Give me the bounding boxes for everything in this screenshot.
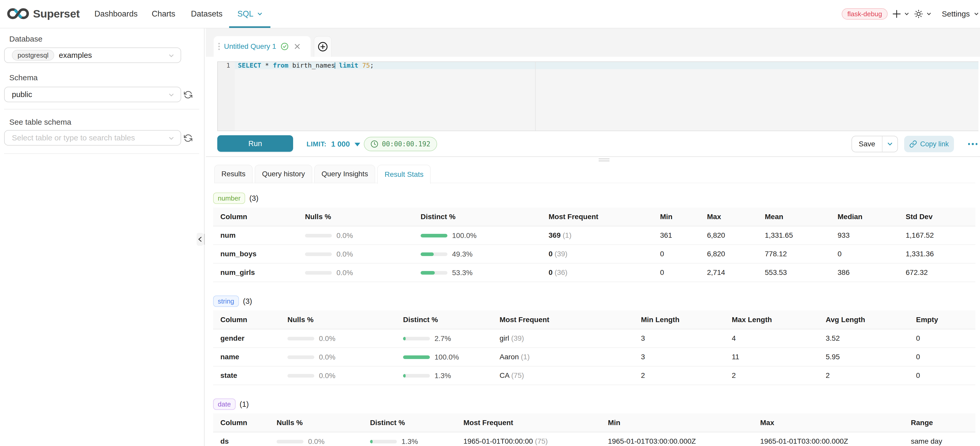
value-cell: 386 <box>838 263 906 282</box>
query-tab-title: Untitled Query 1 <box>224 42 276 51</box>
progress-cell: 53.3% <box>421 263 549 282</box>
table-select-placeholder: Select table or type to search tables <box>12 134 135 142</box>
elapsed-time-badge: 00:00:00.192 <box>364 137 437 151</box>
sidebar-resize-grip[interactable] <box>204 234 205 245</box>
settings-menu[interactable]: Settings <box>942 0 979 28</box>
divider <box>4 153 199 154</box>
value-cell: 933 <box>838 226 906 245</box>
plus-icon <box>892 10 901 18</box>
close-tab-icon[interactable] <box>294 43 300 49</box>
superset-logo-icon <box>6 7 30 20</box>
sql-editor-main: Untitled Query 1 1 SELECT * from birth_n… <box>206 29 980 446</box>
value-cell: 361 <box>660 226 707 245</box>
progress-bar <box>305 271 332 275</box>
progress-bar <box>277 440 304 443</box>
nav-datasets[interactable]: Datasets <box>191 0 223 28</box>
chevron-down-icon <box>904 11 909 16</box>
column-header: Min <box>608 414 760 432</box>
value-cell: 553.53 <box>765 263 838 282</box>
collapse-sidebar-button[interactable] <box>197 233 203 246</box>
save-button[interactable]: Save <box>852 136 883 152</box>
sql-code-line: SELECT * from birth_names limit 75; <box>238 62 374 69</box>
copy-link-button[interactable]: Copy link <box>904 136 954 152</box>
divider <box>4 109 199 110</box>
progress-label: 1.3% <box>434 372 451 380</box>
limit-dropdown[interactable]: LIMIT: 1 000 <box>307 131 360 157</box>
save-options-button[interactable] <box>883 136 897 152</box>
most-frequent-cell: Aaron (1) <box>500 348 641 366</box>
progress-label: 0.0% <box>336 269 353 277</box>
progress-bar <box>403 355 430 359</box>
nav-dashboards[interactable]: Dashboards <box>94 0 138 28</box>
value-cell: 6,820 <box>707 226 765 245</box>
sql-editor-left-bar: Database postgresql examples Schema publ… <box>0 29 206 446</box>
value-cell: 672.32 <box>906 263 975 282</box>
database-select[interactable]: postgresql examples <box>4 48 181 63</box>
column-header: Max Length <box>732 311 826 329</box>
value-cell: 1,167.52 <box>906 226 975 245</box>
table-row: gender0.0%2.7%girl (39)343.520 <box>213 329 975 348</box>
chevron-down-icon <box>168 92 174 98</box>
superset-logo[interactable]: Superset <box>6 7 80 20</box>
progress-cell: 0.0% <box>288 348 403 366</box>
progress-label: 0.0% <box>319 334 336 342</box>
chevron-down-icon <box>974 11 979 16</box>
table-row: num_boys0.0%49.3%0 (39)06,820778.1201,33… <box>213 245 975 263</box>
progress-cell: 2.7% <box>403 329 500 348</box>
column-header: Most Frequent <box>463 414 608 432</box>
theme-menu[interactable] <box>914 0 931 28</box>
value-cell: 0 <box>916 366 975 385</box>
column-header: Distinct % <box>421 207 549 226</box>
drag-grip-icon[interactable] <box>218 43 220 50</box>
more-actions-button[interactable] <box>967 139 979 150</box>
results-tab-query-history[interactable]: Query history <box>255 165 312 183</box>
table-row: state0.0%1.3%CA (75)2220 <box>213 366 975 385</box>
refresh-tables-icon[interactable] <box>184 134 192 142</box>
chevron-down-icon <box>926 11 931 16</box>
clock-icon <box>371 140 378 148</box>
results-tabs: ResultsQuery historyQuery InsightsResult… <box>214 165 431 184</box>
run-query-button[interactable]: Run <box>217 135 293 152</box>
refresh-schemas-icon[interactable] <box>184 90 192 99</box>
column-header: Most Frequent <box>549 207 660 226</box>
results-resize-handle[interactable] <box>599 158 609 161</box>
database-engine-chip: postgresql <box>12 50 54 61</box>
results-tab-query-insights[interactable]: Query Insights <box>314 165 375 183</box>
line-number: 1 <box>218 62 235 69</box>
results-tab-results[interactable]: Results <box>214 165 253 183</box>
type-tag-number: number <box>213 193 245 204</box>
most-frequent-cell: 0 (39) <box>549 245 660 263</box>
column-header: Nulls % <box>288 311 403 329</box>
progress-bar <box>288 355 314 359</box>
database-label: Database <box>9 35 42 43</box>
progress-bar <box>305 234 332 237</box>
results-tab-result-stats[interactable]: Result Stats <box>377 165 431 184</box>
value-cell: 1,331.65 <box>765 226 838 245</box>
table-row: ds0.0%1.3%1965-01-01T00:00:00 (75)1965-0… <box>213 432 975 446</box>
sql-code-editor[interactable]: 1 SELECT * from birth_names limit 75; <box>217 61 978 131</box>
new-query-tab-button[interactable] <box>314 36 332 57</box>
progress-cell: 0.0% <box>305 263 421 282</box>
progress-cell: 1.3% <box>370 432 463 446</box>
progress-bar <box>370 440 397 443</box>
table-row: name0.0%100.0%Aaron (1)3115.950 <box>213 348 975 366</box>
progress-label: 53.3% <box>452 269 473 277</box>
value-cell: 1,331.36 <box>906 245 975 263</box>
progress-label: 2.7% <box>434 334 451 342</box>
nav-sql[interactable]: SQL <box>237 0 262 28</box>
query-tab[interactable]: Untitled Query 1 <box>214 36 311 57</box>
table-select[interactable]: Select table or type to search tables <box>4 130 181 146</box>
schema-select[interactable]: public <box>4 87 181 102</box>
column-name-cell: num_girls <box>213 263 305 282</box>
column-name-cell: num <box>213 226 305 245</box>
value-cell: 3 <box>641 348 732 366</box>
column-name-cell: state <box>213 366 288 385</box>
stats-table-string: ColumnNulls %Distinct %Most FrequentMin … <box>213 311 975 385</box>
value-cell: 0 <box>838 245 906 263</box>
value-cell: 2 <box>732 366 826 385</box>
type-tag-date: date <box>213 398 235 410</box>
chevron-down-icon <box>887 141 893 147</box>
nav-charts[interactable]: Charts <box>152 0 175 28</box>
stats-table-date: ColumnNulls %Distinct %Most FrequentMinM… <box>213 414 975 446</box>
new-item-menu[interactable] <box>892 0 909 28</box>
